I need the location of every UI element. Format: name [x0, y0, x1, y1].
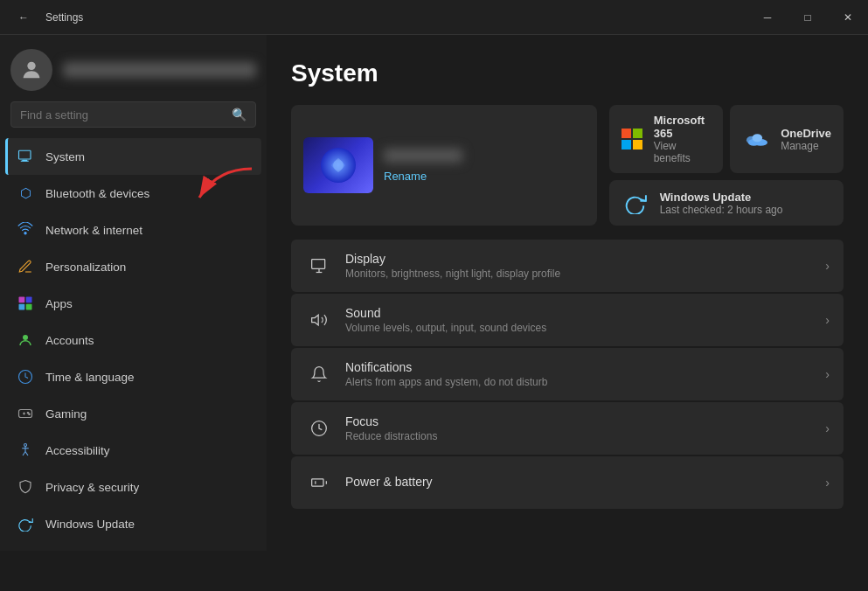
power-text: Power & battery	[345, 475, 825, 490]
focus-text: Focus Reduce distractions	[345, 414, 825, 442]
sidebar-item-time[interactable]: Time & language	[5, 358, 261, 395]
bluetooth-icon: ⬡	[16, 184, 35, 203]
sidebar-item-label-apps: Apps	[45, 297, 73, 310]
setting-item-sound[interactable]: Sound Volume levels, output, input, soun…	[291, 294, 844, 346]
windows-update-icon	[621, 189, 649, 217]
svg-point-1	[27, 62, 35, 70]
setting-item-display[interactable]: Display Monitors, brightness, night ligh…	[291, 240, 844, 292]
title-bar: ← Settings ─ □ ✕	[0, 0, 868, 35]
sidebar-item-label-network: Network & internet	[45, 224, 142, 237]
sidebar-item-accounts[interactable]: Accounts	[5, 322, 261, 358]
sidebar-item-label-gaming: Gaming	[45, 407, 87, 421]
username-blurred	[63, 62, 256, 78]
app-window: ← Settings ─ □ ✕	[0, 0, 868, 591]
focus-chevron: ›	[825, 421, 830, 435]
sidebar-item-bluetooth[interactable]: ⬡ Bluetooth & devices	[5, 175, 261, 212]
main-content: System	[267, 35, 868, 591]
sidebar-item-label-privacy: Privacy & security	[45, 481, 139, 494]
ms365-card[interactable]: Microsoft 365 View benefits	[609, 105, 724, 173]
onedrive-card[interactable]: OneDrive Manage	[730, 105, 844, 173]
privacy-icon	[16, 477, 35, 497]
focus-subtitle: Reduce distractions	[345, 430, 825, 442]
minimize-button[interactable]: ─	[747, 0, 788, 35]
device-thumbnail	[303, 137, 373, 193]
accessibility-icon	[16, 441, 35, 460]
sidebar-item-apps[interactable]: Apps	[5, 285, 261, 322]
svg-rect-36	[312, 479, 323, 486]
ms365-icon	[621, 125, 643, 153]
onedrive-title: OneDrive	[781, 127, 831, 140]
svg-marker-34	[312, 315, 319, 325]
sound-title: Sound	[345, 306, 825, 320]
svg-rect-9	[26, 304, 32, 310]
sidebar-item-gaming[interactable]: Gaming	[5, 395, 261, 432]
sidebar-item-windowsupdate[interactable]: Windows Update	[5, 505, 261, 542]
notifications-title: Notifications	[345, 360, 825, 374]
sidebar-item-label-accounts: Accounts	[45, 334, 94, 347]
focus-title: Focus	[345, 414, 825, 428]
title-bar-left: ← Settings	[10, 0, 83, 35]
accounts-icon	[16, 330, 35, 350]
svg-point-17	[24, 444, 27, 447]
setting-item-notifications[interactable]: Notifications Alerts from apps and syste…	[291, 348, 844, 400]
nav-menu: System ⬡ Bluetooth & devices	[0, 138, 267, 542]
display-icon	[305, 252, 333, 280]
setting-item-focus[interactable]: Focus Reduce distractions ›	[291, 402, 844, 455]
svg-line-20	[23, 452, 25, 456]
notifications-text: Notifications Alerts from apps and syste…	[345, 360, 825, 388]
gaming-icon	[16, 404, 35, 423]
sidebar-item-network[interactable]: Network & internet	[5, 212, 261, 248]
sound-text: Sound Volume levels, output, input, soun…	[345, 306, 825, 334]
sidebar-item-label-bluetooth: Bluetooth & devices	[45, 187, 149, 200]
sidebar-item-personalization[interactable]: Personalization	[5, 248, 261, 285]
app-body: 🔍 System	[0, 35, 868, 591]
windows-update-subtitle: Last checked: 2 hours ago	[660, 204, 783, 216]
sound-icon	[305, 306, 333, 334]
sidebar-item-label-accessibility: Accessibility	[45, 444, 110, 457]
windows-update-title: Windows Update	[660, 191, 783, 204]
onedrive-icon	[742, 125, 770, 153]
notifications-chevron: ›	[825, 367, 830, 381]
svg-rect-8	[19, 304, 25, 310]
sound-chevron: ›	[825, 313, 830, 327]
search-input[interactable]	[20, 108, 225, 122]
rename-link[interactable]: Rename	[384, 170, 462, 183]
app-title: Settings	[45, 11, 83, 24]
network-icon	[16, 220, 35, 240]
device-info: Rename	[384, 149, 462, 183]
user-profile[interactable]	[0, 35, 267, 101]
search-icon: 🔍	[232, 108, 247, 122]
svg-rect-24	[633, 129, 642, 138]
svg-rect-25	[621, 140, 631, 149]
maximize-button[interactable]: □	[788, 0, 828, 35]
svg-point-10	[23, 335, 28, 340]
windows-update-card[interactable]: Windows Update Last checked: 2 hours ago	[609, 180, 844, 226]
close-button[interactable]: ✕	[828, 0, 868, 35]
sidebar: 🔍 System	[0, 35, 267, 551]
svg-point-30	[753, 134, 763, 142]
apps-icon	[16, 294, 35, 313]
svg-point-16	[29, 414, 31, 415]
focus-icon	[305, 414, 333, 442]
device-card[interactable]: Rename	[291, 105, 597, 226]
right-cards: Microsoft 365 View benefits	[609, 105, 844, 226]
display-title: Display	[345, 252, 825, 266]
svg-rect-26	[633, 140, 642, 149]
top-row: Rename	[291, 105, 844, 226]
windows-update-text: Windows Update Last checked: 2 hours ago	[660, 191, 783, 216]
personalization-icon	[16, 257, 35, 276]
sidebar-item-accessibility[interactable]: Accessibility	[5, 432, 261, 469]
power-title: Power & battery	[345, 475, 825, 489]
sidebar-item-system[interactable]: System	[5, 138, 261, 175]
ms365-title: Microsoft 365	[654, 114, 712, 140]
back-button[interactable]: ←	[10, 0, 37, 35]
display-subtitle: Monitors, brightness, night light, displ…	[345, 268, 825, 280]
setting-item-power[interactable]: Power & battery ›	[291, 456, 844, 509]
sidebar-item-privacy[interactable]: Privacy & security	[5, 469, 261, 505]
settings-list: Display Monitors, brightness, night ligh…	[291, 240, 844, 509]
system-icon	[16, 147, 35, 166]
ms365-subtitle: View benefits	[654, 140, 712, 164]
avatar	[10, 49, 52, 91]
svg-rect-6	[19, 297, 25, 303]
power-chevron: ›	[825, 476, 830, 490]
